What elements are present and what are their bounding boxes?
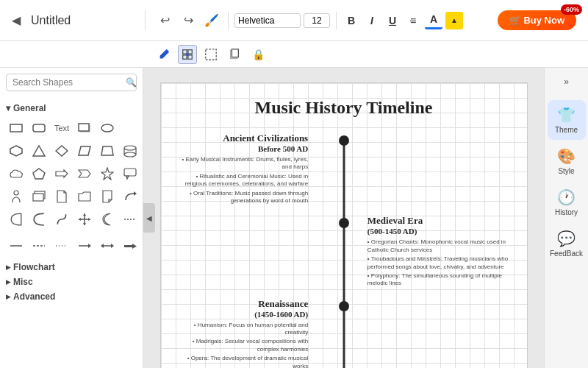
svg-point-21 xyxy=(124,152,136,157)
shape-dotted[interactable] xyxy=(51,236,72,256)
shape-ellipse[interactable] xyxy=(97,118,118,138)
renaissance-bullet-1: • Humanism: Focus on human potential and… xyxy=(176,322,309,337)
shape-thick-arrow[interactable] xyxy=(120,236,140,256)
shape-double-arrow[interactable] xyxy=(97,236,118,256)
font-size-input[interactable] xyxy=(304,13,330,28)
svg-rect-30 xyxy=(33,194,43,201)
shape-c-shape[interactable] xyxy=(29,209,49,230)
diagram-canvas[interactable]: Music History Timeline Ancient Civilizat… xyxy=(160,82,528,368)
misc-section-header[interactable]: ▸ Misc xyxy=(6,277,137,287)
collapse-left-button[interactable]: ◀ xyxy=(143,203,155,233)
format-button[interactable]: 🖌️ xyxy=(201,10,222,31)
shape-person[interactable] xyxy=(6,186,26,207)
svg-marker-17 xyxy=(101,146,113,155)
bold-button[interactable]: B xyxy=(343,12,360,29)
expand-right-button[interactable]: » xyxy=(556,71,578,93)
svg-marker-25 xyxy=(101,168,113,180)
svg-marker-35 xyxy=(83,223,86,225)
shape-shadow-rect[interactable] xyxy=(74,118,95,138)
italic-button[interactable]: I xyxy=(363,12,381,29)
ancient-title: Ancient Civilizations xyxy=(176,132,309,144)
search-box[interactable]: 🔍 xyxy=(6,74,137,91)
shape-arrow-line[interactable] xyxy=(74,236,95,256)
shape-arrows-all[interactable] xyxy=(74,209,95,230)
redo-button[interactable]: ↪ xyxy=(178,10,198,31)
shape-arrow-right[interactable] xyxy=(51,163,72,184)
text-color-button[interactable]: A xyxy=(425,12,442,29)
undo-button[interactable]: ↩ xyxy=(154,10,175,31)
ancient-dot xyxy=(339,135,349,146)
shape-note[interactable] xyxy=(97,186,118,207)
ancient-content: Ancient Civilizations Before 500 AD • Ea… xyxy=(176,132,331,206)
svg-rect-1 xyxy=(188,49,192,53)
back-button[interactable]: ◀ xyxy=(6,10,26,31)
shape-double-rect[interactable] xyxy=(29,186,49,207)
copy-format-tool[interactable] xyxy=(225,45,244,64)
toolbar2-icons: 🔒 xyxy=(148,45,268,64)
advanced-collapse-icon: ▸ xyxy=(6,291,10,302)
shape-triangle[interactable] xyxy=(29,141,49,161)
toolbar-left: ◀ Untitled xyxy=(6,10,146,31)
shape-trapezoid[interactable] xyxy=(97,141,118,161)
shape-pentagon[interactable] xyxy=(29,163,49,184)
flowchart-section-header[interactable]: ▸ Flowchart xyxy=(6,262,137,272)
shapes-grid-general: Text xyxy=(6,118,137,230)
shape-hexagon[interactable] xyxy=(6,141,26,161)
shape-misc[interactable] xyxy=(120,209,140,230)
font-name-input[interactable] xyxy=(234,13,301,28)
document-title: Untitled xyxy=(31,14,71,27)
shape-chevron[interactable] xyxy=(74,163,95,184)
select-tool[interactable] xyxy=(201,45,220,64)
general-section-header[interactable]: ▾ General xyxy=(6,103,137,113)
shape-cylinder[interactable] xyxy=(120,141,140,161)
shape-folder[interactable] xyxy=(74,186,95,207)
shape-dashed[interactable] xyxy=(29,236,49,256)
shape-rect[interactable] xyxy=(6,118,26,138)
shape-callout[interactable] xyxy=(120,163,140,184)
feedback-icon: 💬 xyxy=(557,230,576,247)
pencil-tool[interactable] xyxy=(154,45,173,64)
cursor-tool[interactable] xyxy=(178,45,197,64)
svg-marker-34 xyxy=(83,213,86,216)
shape-rect-rounded[interactable] xyxy=(29,118,49,138)
svg-marker-37 xyxy=(88,218,90,221)
svg-rect-47 xyxy=(124,245,133,247)
shape-text[interactable]: Text xyxy=(51,118,72,138)
svg-rect-0 xyxy=(183,49,187,53)
search-input[interactable] xyxy=(12,77,123,88)
shape-crescent[interactable] xyxy=(97,209,118,230)
misc-collapse-icon: ▸ xyxy=(6,277,10,287)
svg-marker-36 xyxy=(79,218,81,221)
buy-now-label: 🛒 Buy Now xyxy=(509,15,564,26)
advanced-section-header[interactable]: ▸ Advanced xyxy=(6,291,137,302)
feedback-panel-item[interactable]: 💬 FeedBack xyxy=(548,224,586,263)
shape-star[interactable] xyxy=(97,163,118,184)
underline-button[interactable]: U xyxy=(384,12,401,29)
shape-document[interactable] xyxy=(51,186,72,207)
shape-s-curve[interactable] xyxy=(51,209,72,230)
shape-d-left[interactable] xyxy=(6,209,26,230)
shape-line[interactable] xyxy=(6,236,26,256)
highlight-button[interactable]: ▲ xyxy=(445,12,463,29)
svg-marker-45 xyxy=(101,244,104,248)
svg-marker-23 xyxy=(56,170,68,177)
advanced-label: Advanced xyxy=(13,291,55,302)
svg-marker-43 xyxy=(88,244,91,248)
shape-diamond[interactable] xyxy=(51,141,72,161)
strikethrough-button[interactable]: ≡ xyxy=(404,12,422,29)
lock-tool[interactable]: 🔒 xyxy=(248,45,268,64)
theme-panel-item[interactable]: 👕 Theme xyxy=(548,100,586,140)
style-panel-item[interactable]: 🎨 Style xyxy=(548,141,586,181)
history-panel-item[interactable]: 🕐 History xyxy=(548,183,586,222)
svg-marker-16 xyxy=(79,146,90,155)
buy-now-button[interactable]: 🛒 Buy Now -60% xyxy=(498,10,576,30)
renaissance-bullet-2: • Madrigals: Secular vocal compositions … xyxy=(176,338,309,353)
shape-empty xyxy=(120,118,140,138)
svg-point-4 xyxy=(186,53,189,56)
svg-marker-48 xyxy=(132,244,137,249)
shape-parallelogram[interactable] xyxy=(74,141,95,161)
shape-curved-arrow[interactable] xyxy=(120,186,140,207)
shape-cloud[interactable] xyxy=(6,163,26,184)
svg-rect-9 xyxy=(33,124,45,132)
shapes-panel: 🔍 ▾ General Text xyxy=(0,68,143,368)
